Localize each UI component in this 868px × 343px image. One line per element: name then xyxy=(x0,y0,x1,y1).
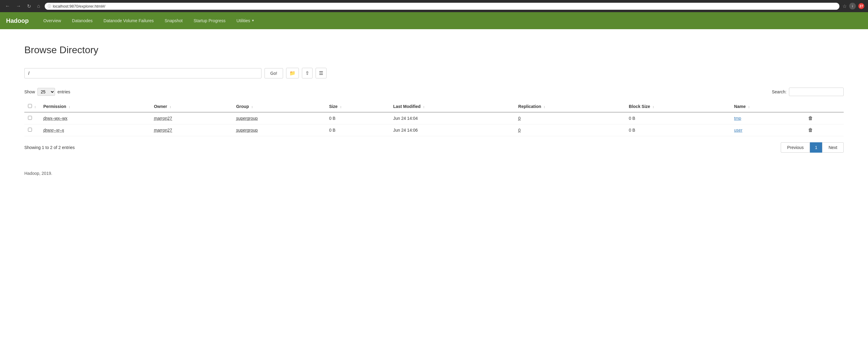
row-delete: 🗑 xyxy=(804,112,844,124)
header-group-label: Group xyxy=(236,104,249,109)
row-size: 0 B xyxy=(325,112,390,124)
permission-value: drwxr–xr–x xyxy=(43,128,64,132)
notification-badge[interactable]: 27 xyxy=(858,3,864,9)
upload-button[interactable]: ⇧ xyxy=(302,68,313,79)
row-checkbox-cell xyxy=(24,124,39,136)
refresh-button[interactable]: ↻ xyxy=(26,3,33,10)
show-entries-left: Show 10 25 50 100 entries xyxy=(24,88,70,96)
row-permission: drwx–wx–wx xyxy=(39,112,150,124)
row-replication: 0 xyxy=(515,112,625,124)
row-checkbox[interactable] xyxy=(28,116,32,120)
chevron-down-icon: ▼ xyxy=(251,12,254,29)
nav-datanodes[interactable]: Datanodes xyxy=(67,12,98,29)
row-owner: marron27 xyxy=(150,124,232,136)
notification-count: 27 xyxy=(860,4,863,8)
sort-icon-replication: ↕ xyxy=(544,105,546,108)
row-owner: marron27 xyxy=(150,112,232,124)
header-last-modified-label: Last Modified xyxy=(393,104,421,109)
show-entries-row: Show 10 25 50 100 entries Search: xyxy=(24,88,844,96)
entries-select[interactable]: 10 25 50 100 xyxy=(37,88,55,96)
url-bar[interactable]: ⓘ localhost:9870/explorer.html#/ xyxy=(45,3,839,10)
path-row: Go! 📁 ⇧ ☰ xyxy=(24,68,844,79)
search-right: Search: xyxy=(772,88,844,96)
header-checkbox-cell: ↕ xyxy=(24,101,39,112)
replication-value: 0 xyxy=(518,128,521,132)
header-owner-label: Owner xyxy=(154,104,167,109)
forward-button[interactable]: → xyxy=(14,3,23,9)
header-replication-label: Replication xyxy=(518,104,541,109)
header-permission[interactable]: Permission ↕ xyxy=(39,101,150,112)
row-block-size: 0 B xyxy=(625,124,730,136)
nav-startup-progress[interactable]: Startup Progress xyxy=(188,12,231,29)
previous-button[interactable]: Previous xyxy=(781,142,810,153)
delete-icon[interactable]: 🗑 xyxy=(808,116,813,121)
folder-icon: 📁 xyxy=(289,70,296,76)
profile-icon[interactable]: i xyxy=(849,3,856,9)
select-all-checkbox[interactable] xyxy=(28,104,32,108)
sort-icon-group: ↕ xyxy=(251,105,253,108)
header-group[interactable]: Group ↕ xyxy=(232,101,326,112)
search-input[interactable] xyxy=(789,88,844,96)
row-group: supergroup xyxy=(232,124,326,136)
list-button[interactable]: ☰ xyxy=(316,68,327,79)
sort-icon-last-modified: ↕ xyxy=(423,105,425,108)
row-name: tmp xyxy=(731,112,804,124)
go-button[interactable]: Go! xyxy=(265,68,283,79)
header-size-label: Size xyxy=(329,104,338,109)
table-header-row: ↕ Permission ↕ Owner ↕ Group ↕ Size ↕ xyxy=(24,101,844,112)
back-button[interactable]: ← xyxy=(4,3,11,9)
url-text: localhost:9870/explorer.html#/ xyxy=(53,4,105,8)
path-input[interactable] xyxy=(24,68,261,79)
show-label: Show xyxy=(24,89,35,94)
browser-actions: ☆ i 27 xyxy=(842,3,864,9)
pagination-row: Showing 1 to 2 of 2 entries Previous 1 N… xyxy=(24,142,844,153)
name-link[interactable]: tmp xyxy=(734,116,741,121)
row-permission: drwxr–xr–x xyxy=(39,124,150,136)
group-value: supergroup xyxy=(236,128,258,132)
showing-text: Showing 1 to 2 of 2 entries xyxy=(24,145,75,150)
name-link[interactable]: user xyxy=(734,128,742,132)
replication-value: 0 xyxy=(518,116,521,121)
search-label: Search: xyxy=(772,89,786,94)
row-last-modified: Jun 24 14:04 xyxy=(390,112,515,124)
header-name[interactable]: Name ↕ xyxy=(731,101,804,112)
row-group: supergroup xyxy=(232,112,326,124)
footer: Hadoop, 2019. xyxy=(0,165,868,182)
nav-datanode-volume-failures[interactable]: Datanode Volume Failures xyxy=(98,12,159,29)
delete-icon[interactable]: 🗑 xyxy=(808,127,813,132)
upload-icon: ⇧ xyxy=(305,70,309,76)
next-button[interactable]: Next xyxy=(822,142,844,153)
header-block-size-label: Block Size xyxy=(629,104,650,109)
navbar-links: Overview Datanodes Datanode Volume Failu… xyxy=(38,12,260,29)
row-name: user xyxy=(731,124,804,136)
header-name-label: Name xyxy=(734,104,746,109)
header-owner[interactable]: Owner ↕ xyxy=(150,101,232,112)
sort-icon-name: ↕ xyxy=(748,105,750,108)
sort-icon-checkbox: ↕ xyxy=(34,105,36,108)
sort-icon-permission: ↕ xyxy=(69,105,70,108)
bookmark-icon[interactable]: ☆ xyxy=(842,3,847,9)
group-value: supergroup xyxy=(236,116,258,121)
sort-icon-block-size: ↕ xyxy=(652,105,654,108)
header-last-modified[interactable]: Last Modified ↕ xyxy=(390,101,515,112)
permission-value: drwx–wx–wx xyxy=(43,116,67,121)
folder-button[interactable]: 📁 xyxy=(286,68,299,79)
header-size[interactable]: Size ↕ xyxy=(325,101,390,112)
page-1-button[interactable]: 1 xyxy=(810,142,822,153)
row-size: 0 B xyxy=(325,124,390,136)
sort-icon-size: ↕ xyxy=(340,105,342,108)
header-block-size[interactable]: Block Size ↕ xyxy=(625,101,730,112)
row-checkbox[interactable] xyxy=(28,128,32,132)
home-button[interactable]: ⌂ xyxy=(36,3,42,9)
page-title: Browse Directory xyxy=(24,44,844,56)
nav-overview[interactable]: Overview xyxy=(38,12,66,29)
header-replication[interactable]: Replication ↕ xyxy=(515,101,625,112)
row-block-size: 0 B xyxy=(625,112,730,124)
row-replication: 0 xyxy=(515,124,625,136)
lock-icon: ⓘ xyxy=(48,4,51,8)
navbar-brand[interactable]: Hadoop xyxy=(6,17,29,24)
owner-value: marron27 xyxy=(154,116,172,121)
nav-snapshot[interactable]: Snapshot xyxy=(159,12,188,29)
nav-utilities[interactable]: Utilities ▼ xyxy=(231,12,260,29)
navbar: Hadoop Overview Datanodes Datanode Volum… xyxy=(0,12,868,29)
